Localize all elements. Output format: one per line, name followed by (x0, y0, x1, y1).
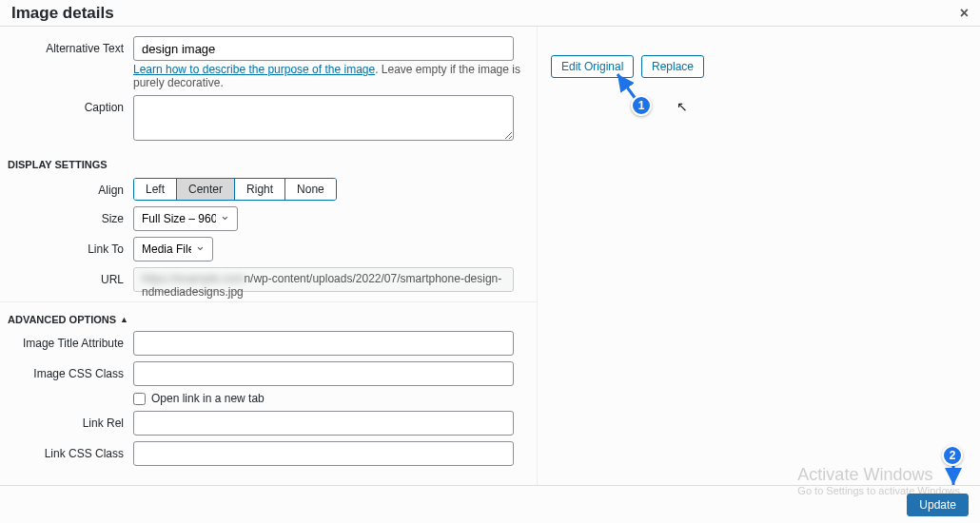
alt-help-text: Learn how to describe the purpose of the… (133, 63, 529, 89)
modal-footer: Update (0, 485, 980, 523)
replace-button[interactable]: Replace (641, 55, 704, 78)
row-link-css: Link CSS Class (0, 441, 537, 466)
edit-original-button[interactable]: Edit Original (551, 55, 634, 78)
display-settings-header: DISPLAY SETTINGS (0, 151, 537, 178)
row-align: Align Left Center Right None (0, 178, 537, 201)
linkto-select[interactable]: Media File (133, 237, 213, 262)
link-css-class-input[interactable] (133, 441, 514, 466)
size-select[interactable]: Full Size – 960 × 300 (133, 206, 238, 231)
update-button[interactable]: Update (907, 494, 969, 516)
label-css-class: Image CSS Class (8, 361, 133, 380)
label-alt-text: Alternative Text (8, 36, 133, 55)
label-linkto: Link To (8, 237, 133, 256)
label-title-attr: Image Title Attribute (8, 331, 133, 350)
cursor-icon: ↖ (676, 99, 688, 114)
image-title-attribute-input[interactable] (133, 331, 514, 356)
align-button-group: Left Center Right None (133, 178, 337, 201)
align-center-button[interactable]: Center (177, 179, 235, 200)
row-linkto: Link To Media File (0, 237, 537, 262)
label-link-css: Link CSS Class (8, 441, 133, 460)
align-right-button[interactable]: Right (235, 179, 285, 200)
advanced-options-label: ADVANCED OPTIONS (8, 314, 116, 325)
row-css-class: Image CSS Class (0, 361, 537, 386)
row-link-rel: Link Rel (0, 411, 537, 436)
open-new-tab-label: Open link in a new tab (151, 392, 265, 405)
caret-up-icon: ▲ (120, 315, 128, 324)
label-url: URL (8, 267, 133, 286)
link-rel-input[interactable] (133, 411, 514, 436)
left-panel: Alternative Text Learn how to describe t… (0, 27, 538, 485)
caption-input[interactable] (133, 95, 514, 141)
label-caption: Caption (8, 95, 133, 114)
open-new-tab-checkbox[interactable] (133, 393, 146, 405)
url-input[interactable]: https://example.comn/wp-content/uploads/… (133, 267, 514, 292)
align-left-button[interactable]: Left (134, 179, 177, 200)
row-title-attr: Image Title Attribute (0, 331, 537, 356)
row-alt-text: Alternative Text Learn how to describe t… (0, 36, 537, 89)
row-caption: Caption (0, 95, 537, 144)
modal-title: Image details (11, 4, 114, 23)
right-panel: Edit Original Replace 1 ↖ (538, 27, 980, 485)
modal-header: Image details × (0, 0, 980, 27)
alt-help-link[interactable]: Learn how to describe the purpose of the… (133, 63, 375, 76)
modal-body: Alternative Text Learn how to describe t… (0, 27, 980, 485)
align-none-button[interactable]: None (285, 179, 336, 200)
divider (0, 301, 537, 302)
row-url: URL https://example.comn/wp-content/uplo… (0, 267, 537, 292)
url-blurred-part: https://example.com (142, 272, 244, 285)
alternative-text-input[interactable] (133, 36, 514, 61)
row-open-new-tab: Open link in a new tab (0, 392, 537, 405)
advanced-options-toggle[interactable]: ADVANCED OPTIONS ▲ (0, 308, 136, 331)
label-align: Align (8, 178, 133, 197)
label-size: Size (8, 206, 133, 225)
label-link-rel: Link Rel (8, 411, 133, 430)
image-css-class-input[interactable] (133, 361, 514, 386)
row-size: Size Full Size – 960 × 300 (0, 206, 537, 231)
close-button[interactable]: × (960, 5, 969, 22)
annotation-badge-2: 2 (942, 445, 963, 466)
annotation-badge-1: 1 (631, 95, 652, 116)
